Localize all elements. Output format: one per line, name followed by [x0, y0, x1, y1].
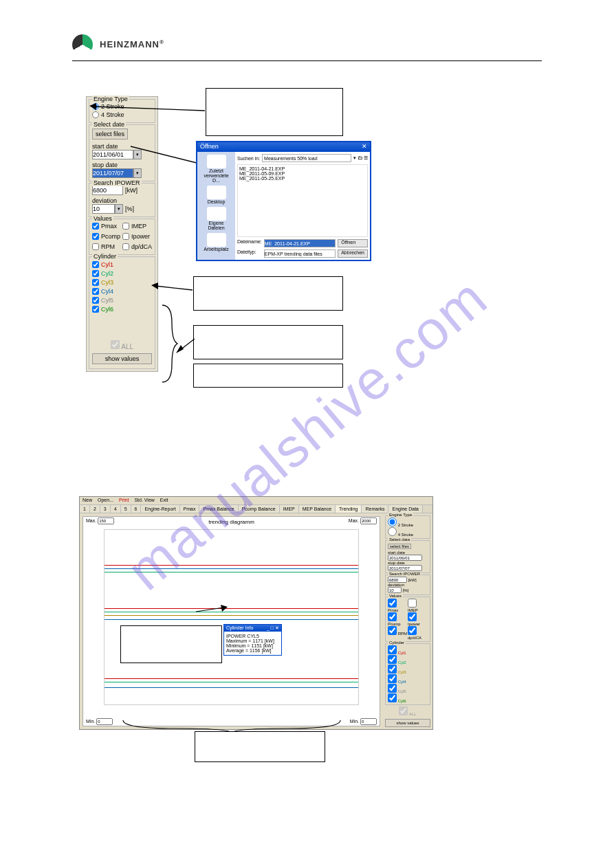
- side-cyl3[interactable]: [388, 665, 397, 674]
- side-pcomp[interactable]: [388, 612, 397, 621]
- side-2stroke[interactable]: [388, 518, 397, 526]
- tab-3[interactable]: 3: [100, 505, 111, 513]
- search-title: Search IPOWER: [92, 179, 142, 186]
- tab-6[interactable]: 6: [131, 505, 142, 513]
- stop-date-input[interactable]: [92, 168, 133, 178]
- side-showvalues[interactable]: show values: [385, 719, 430, 727]
- tab-imep[interactable]: IMEP: [280, 505, 299, 513]
- stdview-button[interactable]: Std. View: [134, 498, 154, 504]
- side-selectfiles[interactable]: select files: [388, 544, 411, 549]
- cyl2-check[interactable]: Cyl2: [92, 270, 152, 277]
- arrow-icon: [175, 337, 199, 356]
- tab-5[interactable]: 5: [121, 505, 131, 513]
- imep-check[interactable]: IMEP: [122, 223, 152, 230]
- tab-pmax-balance[interactable]: Pmax Balance: [199, 505, 238, 513]
- dpdca-check[interactable]: dp/dCA: [122, 243, 152, 250]
- data-series: [105, 572, 358, 572]
- pcomp-check[interactable]: Pcomp: [92, 233, 121, 240]
- select-files-button[interactable]: select files: [92, 129, 128, 140]
- cyl1-check[interactable]: Cyl1: [92, 261, 152, 268]
- cyl5-check[interactable]: Cyl5: [92, 297, 152, 304]
- computer-icon[interactable]: [207, 233, 226, 247]
- data-series: [105, 682, 358, 682]
- filename-input[interactable]: [264, 239, 336, 247]
- lookin-label: Suchen in:: [237, 156, 260, 161]
- tab-engine-data[interactable]: Engine Data: [388, 505, 423, 513]
- max-right-input[interactable]: [360, 518, 377, 524]
- data-series: [105, 678, 358, 679]
- tab-mep-balance[interactable]: MEP Balance: [299, 505, 336, 513]
- file-list[interactable]: ME_2011-04-21.EXP ME_2011-05-09.EXP ME_2…: [237, 164, 368, 237]
- desktop-icon[interactable]: [207, 186, 226, 199]
- rpm-check[interactable]: RPM: [92, 243, 121, 250]
- popup-controls[interactable]: _ □ ✕: [267, 625, 279, 631]
- new-button[interactable]: New: [83, 498, 92, 504]
- trending-window: New Open... Print Std. View Exit 1 2 3 4…: [79, 496, 433, 730]
- brace-icon: [160, 302, 179, 385]
- pmax-check[interactable]: Pmax: [92, 223, 121, 230]
- tab-1[interactable]: 1: [80, 505, 90, 513]
- cancel-button[interactable]: Abbrechen: [338, 249, 368, 258]
- open-button[interactable]: Open...: [98, 498, 113, 504]
- open-button[interactable]: Öffnen: [338, 239, 368, 247]
- side-dev[interactable]: [388, 587, 402, 593]
- svg-marker-5: [151, 282, 158, 289]
- side-dpdca[interactable]: [408, 626, 417, 635]
- min-left-input[interactable]: [96, 718, 113, 725]
- filetype-input[interactable]: [264, 249, 336, 258]
- side-cyl5[interactable]: [388, 684, 397, 693]
- chevron-down-icon[interactable]: ▾: [115, 204, 123, 214]
- side-ipower-ck[interactable]: [408, 612, 417, 621]
- filetype-label: Dateityp:: [237, 249, 262, 258]
- print-button[interactable]: Print: [119, 498, 129, 504]
- svg-line-8: [196, 608, 223, 612]
- exit-button[interactable]: Exit: [160, 498, 168, 504]
- side-rpm[interactable]: [388, 626, 397, 635]
- ipower-check[interactable]: Ipower: [122, 233, 152, 240]
- toolbar: New Open... Print Std. View Exit: [80, 497, 432, 505]
- arrow-icon: [88, 95, 208, 115]
- lookin-input[interactable]: [262, 154, 351, 162]
- all-check[interactable]: ALL: [92, 340, 152, 350]
- side-ipower[interactable]: [388, 577, 407, 583]
- ipower-input[interactable]: [92, 186, 123, 195]
- close-icon[interactable]: ✕: [362, 143, 367, 151]
- svg-marker-1: [89, 103, 96, 110]
- start-date-input[interactable]: [92, 150, 133, 159]
- tab-remarks[interactable]: Remarks: [362, 505, 388, 513]
- svg-marker-9: [221, 605, 228, 612]
- cyl6-check[interactable]: Cyl6: [92, 306, 152, 313]
- side-start[interactable]: [388, 555, 422, 561]
- show-values-button[interactable]: show values: [92, 353, 152, 364]
- side-cyl1[interactable]: [388, 645, 397, 654]
- dialog-sidebar: Zuletzt verwendete D... Desktop Eigene D…: [197, 152, 235, 260]
- toolbar-icons[interactable]: ▾ 🗀 ☰: [353, 155, 368, 161]
- max-left-input[interactable]: [98, 518, 114, 524]
- data-series: [105, 565, 358, 566]
- cyl4-check[interactable]: Cyl4: [92, 288, 152, 295]
- dialog-title: Öffnen: [200, 143, 219, 151]
- tab-2[interactable]: 2: [90, 505, 100, 513]
- tab-pmax[interactable]: Pmax: [180, 505, 200, 513]
- documents-icon[interactable]: [207, 207, 226, 221]
- folder-icon[interactable]: [207, 155, 226, 168]
- cylinder-title: Cylinder: [92, 253, 118, 260]
- values-title: Values: [92, 215, 113, 222]
- tab-engine-report[interactable]: Engine-Report: [141, 505, 179, 513]
- side-4stroke[interactable]: [388, 527, 397, 536]
- side-cyl6[interactable]: [388, 693, 397, 702]
- deviation-input[interactable]: [92, 204, 115, 214]
- cyl3-check[interactable]: Cyl3: [92, 279, 152, 286]
- side-cyl4[interactable]: [388, 674, 397, 683]
- side-stop[interactable]: [388, 565, 422, 571]
- side-imep[interactable]: [408, 599, 417, 608]
- brand-name: HEINZMANN®: [100, 39, 164, 49]
- tab-4[interactable]: 4: [111, 505, 121, 513]
- trending-chart[interactable]: Max. trending diagramm Max. Min. Min.: [83, 516, 380, 726]
- tab-pcomp-balance[interactable]: Pcomp Balance: [239, 505, 280, 513]
- tab-trending[interactable]: Trending: [336, 505, 362, 513]
- cylinder-group: Cylinder Cyl1 Cyl2 Cyl3 Cyl4 Cyl5 Cyl6 A…: [89, 256, 155, 369]
- min-right-input[interactable]: [360, 718, 377, 725]
- side-pmax[interactable]: [388, 599, 397, 608]
- side-cyl2[interactable]: [388, 655, 397, 664]
